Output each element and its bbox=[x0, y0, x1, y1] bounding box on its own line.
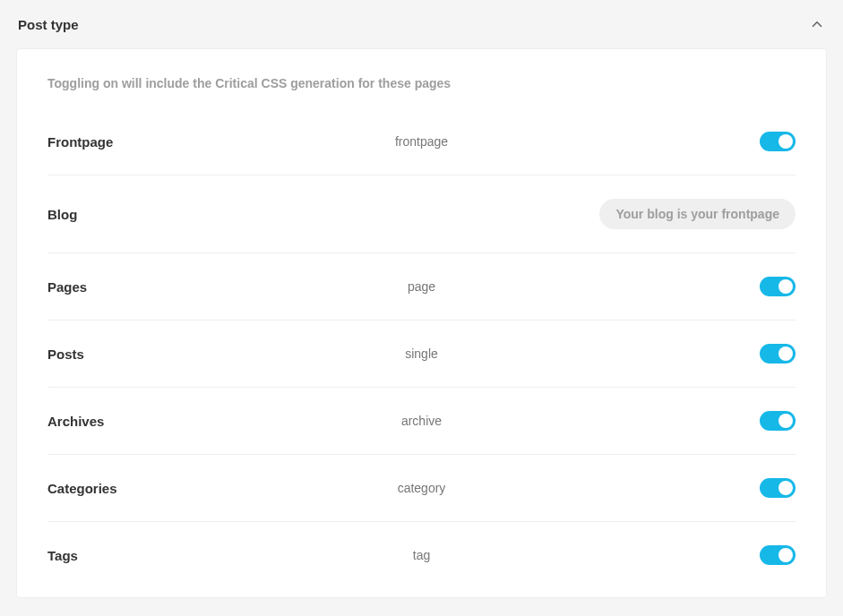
setting-row: Tagstag bbox=[47, 522, 796, 588]
row-label: Posts bbox=[47, 346, 227, 362]
row-label: Categories bbox=[47, 481, 227, 496]
row-slug: single bbox=[227, 346, 616, 361]
setting-row: Pagespage bbox=[47, 253, 796, 321]
toggle-switch[interactable] bbox=[760, 277, 796, 296]
setting-row: Archivesarchive bbox=[47, 388, 796, 455]
row-label: Pages bbox=[47, 279, 227, 295]
rows-container: FrontpagefrontpageBlogYour blog is your … bbox=[47, 108, 796, 588]
row-slug: archive bbox=[227, 414, 616, 428]
setting-row: Categoriescategory bbox=[47, 455, 796, 522]
info-pill: Your blog is your frontpage bbox=[599, 199, 796, 229]
toggle-switch[interactable] bbox=[760, 344, 796, 364]
row-right bbox=[616, 277, 796, 296]
row-right bbox=[616, 344, 796, 364]
row-right bbox=[616, 478, 796, 498]
setting-row: Postssingle bbox=[47, 321, 796, 388]
toggle-switch[interactable] bbox=[760, 478, 796, 498]
row-label: Archives bbox=[47, 414, 227, 429]
chevron-up-icon[interactable] bbox=[809, 16, 825, 32]
toggle-switch[interactable] bbox=[760, 545, 796, 565]
row-slug: frontpage bbox=[227, 134, 616, 149]
row-slug: category bbox=[227, 481, 616, 495]
setting-row: BlogYour blog is your frontpage bbox=[47, 175, 796, 253]
toggle-switch[interactable] bbox=[760, 132, 796, 151]
row-slug: page bbox=[227, 279, 616, 294]
section-header: Post type bbox=[0, 0, 843, 48]
row-right: Your blog is your frontpage bbox=[599, 199, 796, 229]
settings-panel: Toggling on will include the Critical CS… bbox=[16, 48, 827, 598]
panel-description: Toggling on will include the Critical CS… bbox=[47, 76, 796, 90]
row-label: Tags bbox=[47, 548, 227, 563]
row-right bbox=[616, 545, 796, 565]
section-title: Post type bbox=[18, 17, 79, 32]
setting-row: Frontpagefrontpage bbox=[47, 108, 796, 175]
toggle-switch[interactable] bbox=[760, 411, 796, 431]
row-label: Frontpage bbox=[47, 134, 227, 150]
row-slug: tag bbox=[227, 548, 616, 562]
row-right bbox=[616, 411, 796, 431]
row-right bbox=[616, 132, 796, 151]
post-type-section: Post type Toggling on will include the C… bbox=[0, 0, 843, 598]
row-label: Blog bbox=[47, 207, 227, 222]
